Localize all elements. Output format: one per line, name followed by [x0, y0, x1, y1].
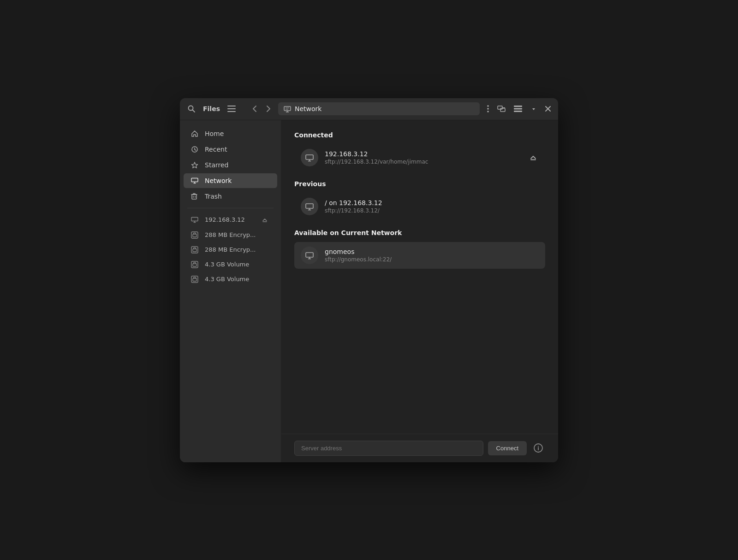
svg-rect-17	[514, 108, 522, 110]
info-button[interactable]	[531, 441, 545, 455]
connected-item-name: 192.168.3.12	[325, 150, 521, 158]
sidebar-volume-gb1-label: 4.3 GB Volume	[205, 261, 249, 268]
svg-point-12	[487, 111, 489, 112]
svg-rect-14	[500, 108, 505, 112]
sort-button[interactable]	[527, 104, 541, 114]
sidebar-item-recent[interactable]: Recent	[184, 142, 277, 157]
server-address-input[interactable]	[294, 441, 483, 456]
sidebar-network-label: Network	[205, 177, 232, 184]
available-item-icon-wrap	[301, 247, 318, 264]
connected-item-info: 192.168.3.12 sftp://192.168.3.12/var/hom…	[325, 150, 521, 165]
svg-rect-18	[514, 111, 522, 112]
svg-rect-16	[514, 106, 522, 107]
connected-section: Connected 192.1	[294, 131, 545, 171]
available-item-info: gnomeos sftp://gnomeos.local:22/	[325, 248, 539, 263]
svg-rect-40	[306, 155, 313, 159]
list-view-button[interactable]	[510, 103, 526, 115]
previous-item-info: / on 192.168.3.12 sftp://192.168.3.12/	[325, 199, 539, 214]
location-network-icon	[284, 105, 291, 112]
previous-item-name: / on 192.168.3.12	[325, 199, 539, 206]
app-title: Files	[201, 105, 222, 112]
sidebar-volume-enc2-label: 288 MB Encryp...	[205, 246, 256, 253]
available-section-title: Available on Current Network	[294, 229, 545, 236]
sidebar-volume-192[interactable]: 192.168.3.12	[184, 212, 277, 227]
browse-network-button[interactable]	[494, 102, 509, 115]
network-volume-icon	[191, 216, 200, 224]
svg-rect-25	[192, 195, 196, 199]
connect-button[interactable]: Connect	[488, 441, 527, 455]
svg-rect-5	[284, 106, 291, 111]
svg-line-1	[193, 110, 195, 112]
previous-section: Previous / on 1	[294, 180, 545, 220]
previous-network-icon	[305, 202, 314, 211]
sidebar-item-network[interactable]: Network	[184, 173, 277, 188]
svg-point-51	[538, 446, 539, 447]
search-button[interactable]	[184, 102, 199, 116]
main-content: Home Recent Starred	[180, 120, 558, 462]
encrypted-volume-icon-1	[191, 231, 200, 239]
network-icon	[191, 177, 200, 184]
encrypted-volume-icon-2	[191, 246, 200, 253]
sidebar-item-starred[interactable]: Starred	[184, 158, 277, 172]
available-network-icon	[305, 251, 314, 259]
content-scroll: Connected 192.1	[281, 120, 558, 434]
content-pane: Connected 192.1	[281, 120, 558, 462]
svg-rect-22	[191, 178, 198, 182]
connected-item-eject[interactable]	[528, 152, 539, 163]
sidebar-volume-gb1[interactable]: 4.3 GB Volume	[184, 258, 277, 271]
available-item-url: sftp://gnomeos.local:22/	[325, 256, 539, 263]
content-footer: Connect	[281, 434, 558, 462]
svg-rect-33	[193, 234, 196, 237]
trash-icon	[191, 193, 200, 200]
encrypted-volume-icon-4	[191, 276, 200, 283]
svg-rect-47	[306, 253, 313, 257]
sidebar-starred-label: Starred	[205, 161, 228, 169]
available-item-0[interactable]: gnomeos sftp://gnomeos.local:22/	[294, 242, 545, 269]
svg-rect-44	[306, 204, 313, 208]
encrypted-volume-icon-3	[191, 261, 200, 268]
svg-rect-3	[227, 108, 236, 109]
svg-rect-13	[498, 106, 502, 109]
connected-network-icon	[305, 153, 314, 162]
available-section: Available on Current Network	[294, 229, 545, 269]
connected-item-icon-wrap	[301, 149, 318, 166]
svg-rect-35	[193, 249, 196, 252]
svg-rect-4	[227, 111, 236, 112]
svg-point-11	[487, 108, 489, 110]
back-button[interactable]	[249, 102, 261, 115]
sidebar-volume-192-label: 192.168.3.12	[205, 216, 245, 223]
hamburger-menu-button[interactable]	[224, 103, 239, 115]
sidebar-volume-enc1-label: 288 MB Encryp...	[205, 231, 256, 238]
header-actions	[483, 102, 554, 115]
location-title: Network	[295, 105, 321, 112]
file-manager-window: Files Networ	[180, 98, 558, 462]
sidebar-item-home[interactable]: Home	[184, 126, 277, 141]
svg-rect-39	[193, 278, 196, 281]
sidebar-trash-label: Trash	[205, 193, 222, 200]
svg-point-10	[487, 105, 489, 107]
home-icon	[191, 130, 200, 137]
clock-icon	[191, 146, 200, 153]
sidebar-volume-enc2[interactable]: 288 MB Encryp...	[184, 243, 277, 257]
sidebar-item-trash[interactable]: Trash	[184, 189, 277, 204]
location-bar[interactable]: Network	[278, 102, 480, 115]
sidebar-volume-gb2[interactable]: 4.3 GB Volume	[184, 272, 277, 286]
previous-item-url: sftp://192.168.3.12/	[325, 207, 539, 214]
close-button[interactable]	[542, 103, 554, 114]
available-item-name: gnomeos	[325, 248, 539, 255]
svg-rect-28	[191, 217, 198, 221]
sidebar-recent-label: Recent	[205, 146, 227, 153]
sidebar-volume-enc1[interactable]: 288 MB Encryp...	[184, 228, 277, 242]
eject-button[interactable]	[260, 216, 270, 224]
sidebar-volume-gb2-label: 4.3 GB Volume	[205, 276, 249, 283]
more-options-button[interactable]	[483, 102, 493, 115]
previous-item-0[interactable]: / on 192.168.3.12 sftp://192.168.3.12/	[294, 193, 545, 220]
forward-button[interactable]	[262, 102, 274, 115]
sidebar-home-label: Home	[205, 130, 224, 137]
svg-rect-37	[193, 264, 196, 266]
previous-section-title: Previous	[294, 180, 545, 188]
svg-rect-2	[227, 106, 236, 106]
sidebar-divider	[187, 208, 274, 208]
connected-item-0[interactable]: 192.168.3.12 sftp://192.168.3.12/var/hom…	[294, 144, 545, 171]
sidebar: Home Recent Starred	[180, 120, 281, 462]
